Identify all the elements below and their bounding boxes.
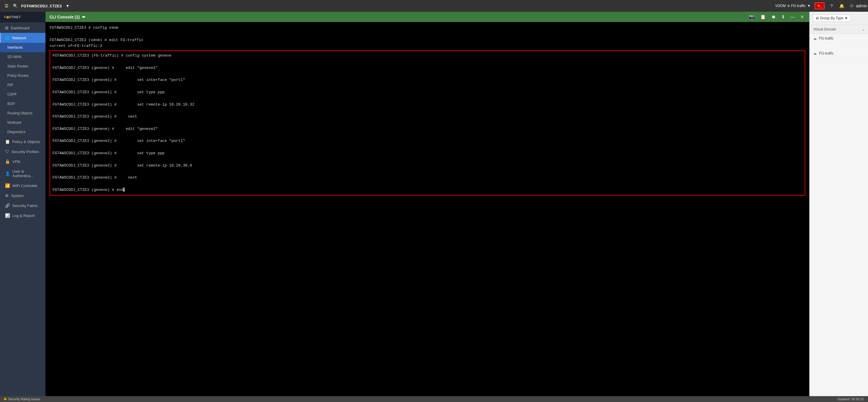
right-panel-item-label: FG-traffic bbox=[819, 51, 834, 55]
cli-line bbox=[53, 59, 802, 65]
sidebar-item-label: WiFi Controller bbox=[12, 184, 37, 188]
sidebar-item-label: Interfaces bbox=[7, 45, 23, 50]
vdom-status-dot bbox=[787, 5, 790, 7]
sidebar-item-label: SD-WAN bbox=[7, 55, 22, 59]
menu-icon[interactable]: ☰ bbox=[3, 3, 9, 9]
sidebar-item-label: Network bbox=[12, 36, 26, 40]
virtual-domain-dropdown-icon: ⌄ bbox=[862, 27, 865, 31]
cli-line bbox=[53, 107, 802, 114]
content-area: CLI Console (1) ✏ 📷 📋 ⏺ ⬇ — ✕ FGTAWSCDDJ… bbox=[45, 12, 868, 396]
sidebar-item-static-routes[interactable]: Static Routes bbox=[0, 62, 45, 71]
user-icon: 👤 bbox=[5, 171, 10, 176]
sidebar-item-label: User & Authentica... bbox=[12, 169, 41, 178]
network-icon: 🌐 bbox=[5, 35, 10, 40]
sidebar-item-bgp[interactable]: BGP bbox=[0, 99, 45, 109]
sidebar-item-label: System bbox=[11, 193, 24, 198]
sidebar-item-vpn[interactable]: 🔒 VPN bbox=[0, 157, 45, 166]
right-panel-item-fg-traffic-2[interactable]: ☁ FG-traffic bbox=[810, 49, 868, 58]
cli-edit-icon[interactable]: ✏ bbox=[82, 15, 86, 19]
status-issues[interactable]: Security Rating Issues bbox=[8, 397, 40, 401]
virtual-domain-header[interactable]: Virtual Domain ⌄ bbox=[810, 25, 868, 34]
sidebar-item-system[interactable]: ⚙ System bbox=[0, 191, 45, 200]
sidebar-item-label: Log & Report bbox=[12, 213, 35, 218]
sidebar-item-ospf[interactable]: OSPF bbox=[0, 90, 45, 99]
sidebar-item-label: Diagnostics bbox=[7, 130, 26, 134]
sidebar-item-label: Security Fabric bbox=[12, 204, 38, 208]
cli-line: FGTAWSCDDJ_CTZE3 (geneve2) # set type pp… bbox=[53, 150, 802, 157]
cli-line bbox=[53, 132, 802, 138]
status-left: Security Rating Issues bbox=[4, 397, 40, 401]
cli-line bbox=[53, 83, 802, 89]
logo-text: F◉RTINET bbox=[4, 15, 21, 19]
status-updated: Updated: 05:50:32 bbox=[837, 397, 864, 401]
cli-line: FGTAWSCDDJ_CTZE3 (vdom) # edit FG-traffi… bbox=[50, 37, 805, 43]
sidebar-item-security-profiles[interactable]: 🛡 Security Profiles bbox=[0, 147, 45, 157]
right-panel-item-fg-traffic-1[interactable]: ☁ FG-traffic bbox=[810, 34, 868, 43]
group-by-type-button[interactable]: ⊞ Group By Type ▼ bbox=[813, 15, 851, 22]
cli-line bbox=[53, 120, 802, 126]
vdom-network[interactable]: FG-traffic bbox=[791, 4, 806, 8]
cli-download-button[interactable]: ⬇ bbox=[780, 14, 786, 20]
right-panel-spacer bbox=[810, 43, 868, 49]
cli-line: FGTAWSCDDJ_CTZE3 (geneve1) # set interfa… bbox=[53, 77, 802, 83]
cli-body[interactable]: FGTAWSCDDJ_CTZE3 # config vdom FGTAWSCDD… bbox=[45, 22, 809, 396]
sidebar-item-sdwan[interactable]: SD-WAN bbox=[0, 52, 45, 62]
sidebar-item-diagnostics[interactable]: Diagnostics bbox=[0, 127, 45, 136]
cli-close-button[interactable]: ✕ bbox=[799, 14, 805, 20]
sidebar-item-dashboard[interactable]: ⊞ Dashboard bbox=[0, 23, 45, 33]
cli-line: FGTAWSCDDJ_CTZE3 (geneve1) # next bbox=[53, 114, 802, 120]
cli-screenshot-button[interactable]: 📷 bbox=[748, 14, 756, 20]
add-icon[interactable]: ➕ bbox=[849, 3, 855, 9]
sidebar-item-policy-objects[interactable]: 📋 Policy & Objects bbox=[0, 136, 45, 147]
right-panel-item-label: FG-traffic bbox=[819, 36, 834, 40]
system-icon: ⚙ bbox=[5, 193, 9, 198]
cli-copy-button[interactable]: 📋 bbox=[759, 14, 767, 20]
shield-icon: 🛡 bbox=[5, 149, 9, 154]
sidebar-item-wifi[interactable]: 📶 WiFi Controller bbox=[0, 181, 45, 191]
cli-line: FGTAWSCDDJ_CTZE3 (geneve) # edit "geneve… bbox=[53, 126, 802, 132]
sidebar-item-label: Dashboard bbox=[11, 26, 30, 30]
device-name[interactable]: FGTAWSCDDJ_CTZE3 bbox=[21, 4, 62, 8]
sidebar-item-network[interactable]: 🌐 Network bbox=[0, 33, 45, 43]
dashboard-icon: ⊞ bbox=[5, 26, 8, 30]
topbar-left: ☰ 🔍 FGTAWSCDDJ_CTZE3 ▼ bbox=[3, 3, 70, 9]
sidebar-item-policy-routes[interactable]: Policy Routes bbox=[0, 71, 45, 80]
cli-minimize-button[interactable]: — bbox=[789, 14, 796, 20]
cli-line: FGTAWSCDDJ_CTZE3 (geneve1) # set remote-… bbox=[53, 102, 802, 108]
sidebar-item-label: Routing Objects bbox=[7, 111, 32, 115]
group-dropdown-icon: ▼ bbox=[844, 16, 848, 20]
sidebar-item-multicast[interactable]: Multicast bbox=[0, 118, 45, 127]
right-panel: ⊞ Group By Type ▼ Virtual Domain ⌄ ☁ FG-… bbox=[809, 12, 868, 396]
cli-header: CLI Console (1) ✏ 📷 📋 ⏺ ⬇ — ✕ bbox=[45, 12, 809, 22]
sidebar-item-interfaces[interactable]: Interfaces bbox=[0, 43, 45, 52]
sidebar-item-label: Security Profiles bbox=[11, 150, 39, 154]
notification-icon[interactable]: 🔔 bbox=[839, 3, 844, 9]
device-dropdown-icon[interactable]: ▼ bbox=[64, 3, 70, 9]
log-icon: 📊 bbox=[5, 213, 10, 218]
cloud-icon-1: ☁ bbox=[813, 36, 817, 40]
sidebar-item-label: RIP bbox=[7, 83, 13, 87]
cli-line: FGTAWSCDDJ_CTZE3 (FG-traffic) # config s… bbox=[53, 53, 802, 59]
sidebar-logo: F◉RTINET bbox=[0, 12, 45, 23]
search-icon[interactable]: 🔍 bbox=[12, 3, 18, 9]
help-icon[interactable]: ? bbox=[829, 3, 835, 9]
topbar: ☰ 🔍 FGTAWSCDDJ_CTZE3 ▼ VDOM FG-traffic ▼… bbox=[0, 0, 868, 12]
sidebar-item-rip[interactable]: RIP bbox=[0, 80, 45, 90]
vdom-dropdown-icon[interactable]: ▼ bbox=[807, 4, 810, 8]
cli-line: FGTAWSCDDJ_CTZE3 (geneve2) # set interfa… bbox=[53, 138, 802, 144]
cli-console-button[interactable]: >_ bbox=[815, 2, 825, 9]
sidebar-item-log-report[interactable]: 📊 Log & Report bbox=[0, 211, 45, 220]
topbar-right: VDOM FG-traffic ▼ >_ ? 🔔 ➕ admin bbox=[775, 2, 865, 9]
sidebar: F◉RTINET ⊞ Dashboard 🌐 Network Interface… bbox=[0, 12, 45, 396]
wifi-icon: 📶 bbox=[5, 183, 10, 188]
cli-record-button[interactable]: ⏺ bbox=[770, 14, 777, 20]
vdom-badge: VDOM FG-traffic ▼ bbox=[775, 4, 811, 8]
sidebar-item-label: BGP bbox=[7, 102, 15, 106]
sidebar-item-security-fabric[interactable]: 🔗 Security Fabric bbox=[0, 200, 45, 211]
sidebar-item-label: Policy & Objects bbox=[12, 140, 40, 144]
cloud-icon-2: ☁ bbox=[813, 51, 817, 55]
sidebar-item-routing-objects[interactable]: Routing Objects bbox=[0, 109, 45, 118]
sidebar-item-user-auth[interactable]: 👤 User & Authentica... bbox=[0, 166, 45, 181]
admin-label[interactable]: admin bbox=[859, 3, 865, 9]
cli-line: FGTAWSCDDJ_CTZE3 (geneve1) # set type pp… bbox=[53, 89, 802, 96]
